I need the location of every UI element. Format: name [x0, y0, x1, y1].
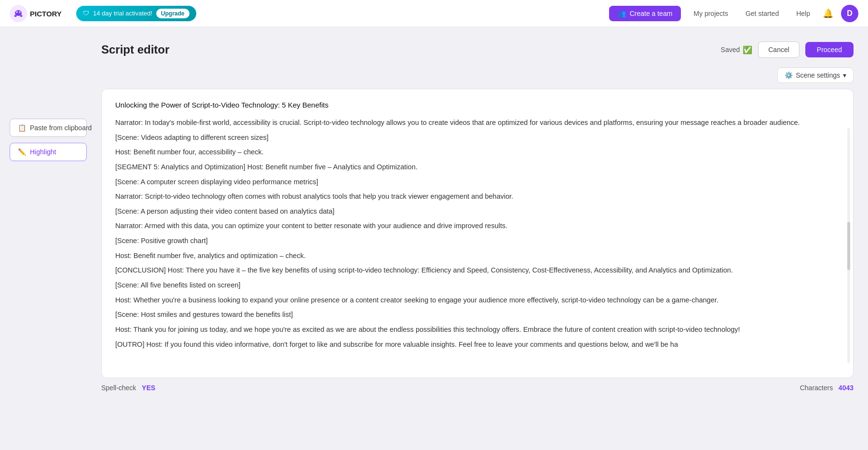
settings-gear-icon: ⚙️ [785, 71, 793, 79]
cancel-button[interactable]: Cancel [758, 41, 800, 58]
script-line-9: [Scene: Positive growth chart] [115, 235, 840, 247]
proceed-button[interactable]: Proceed [805, 42, 854, 57]
script-line-2: [Scene: Videos adapting to different scr… [115, 132, 840, 144]
upgrade-button[interactable]: Upgrade [156, 9, 190, 18]
scene-settings-button[interactable]: ⚙️ Scene settings ▾ [777, 68, 854, 83]
team-icon: 👥 [618, 10, 626, 17]
header-row: Script editor Saved ✅ Cancel Proceed [101, 41, 854, 58]
highlight-icon: ✏️ [18, 148, 26, 156]
notifications-bell-icon[interactable]: 🔔 [823, 8, 833, 19]
char-count-label: Characters [800, 384, 833, 392]
svg-point-3 [19, 11, 21, 13]
script-line-15: Host: Thank you for joining us today, an… [115, 324, 840, 336]
spellcheck-value[interactable]: YES [142, 384, 155, 392]
svg-point-2 [16, 11, 18, 13]
header-actions: Saved ✅ Cancel Proceed [721, 41, 854, 58]
highlight-button[interactable]: ✏️ Highlight [10, 143, 87, 161]
char-count-section: Characters 4043 [800, 384, 854, 392]
script-line-10: Host: Benefit number five, analytics and… [115, 250, 840, 262]
script-line-8: Narrator: Armed with this data, you can … [115, 220, 840, 232]
help-link[interactable]: Help [791, 10, 815, 17]
my-projects-link[interactable]: My projects [689, 10, 733, 17]
page-body: 📋 Paste from clipboard ✏️ Highlight Scri… [0, 27, 868, 450]
logo[interactable]: PICTORY [10, 5, 68, 22]
pictory-text-logo: PICTORY [30, 9, 68, 18]
svg-point-1 [15, 10, 22, 16]
script-content[interactable]: Narrator: In today's mobile-first world,… [115, 117, 840, 350]
script-title: Unlocking the Power of Script-to-Video T… [115, 101, 840, 109]
script-editor-box[interactable]: Unlocking the Power of Script-to-Video T… [101, 89, 854, 378]
script-line-4: [SEGMENT 5: Analytics and Optimization] … [115, 161, 840, 173]
main-content: Script editor Saved ✅ Cancel Proceed ⚙️ … [96, 41, 868, 436]
scrollbar-track[interactable] [847, 128, 850, 363]
script-line-11: [CONCLUSION] Host: There you have it – t… [115, 264, 840, 276]
saved-check-icon: ✅ [743, 45, 752, 55]
svg-text:PICTORY: PICTORY [30, 10, 62, 18]
page-title: Script editor [101, 43, 721, 56]
script-line-1: Narrator: In today's mobile-first world,… [115, 117, 840, 129]
create-team-button[interactable]: 👥 Create a team [609, 6, 681, 21]
script-line-14: [Scene: Host smiles and gestures toward … [115, 309, 840, 321]
script-line-3: Host: Benefit number four, accessibility… [115, 146, 840, 158]
paste-from-clipboard-button[interactable]: 📋 Paste from clipboard [10, 119, 87, 137]
script-line-5: [Scene: A computer screen displaying vid… [115, 176, 840, 188]
get-started-link[interactable]: Get started [741, 10, 784, 17]
script-line-12: [Scene: All five benefits listed on scre… [115, 279, 840, 291]
clipboard-icon: 📋 [18, 124, 26, 132]
trial-badge: 🛡 14 day trial activated! Upgrade [76, 6, 196, 21]
script-line-6: Narrator: Script-to-video technology oft… [115, 191, 840, 203]
saved-text: Saved [721, 46, 740, 54]
saved-status: Saved ✅ [721, 45, 753, 55]
trial-text: 14 day trial activated! [93, 10, 152, 17]
spellcheck-label: Spell-check [101, 384, 136, 392]
pictory-logo-icon [10, 5, 27, 22]
shield-icon: 🛡 [83, 10, 89, 17]
top-navigation: PICTORY 🛡 14 day trial activated! Upgrad… [0, 0, 868, 27]
scene-settings-row: ⚙️ Scene settings ▾ [101, 68, 854, 83]
script-line-16: [OUTRO] Host: If you found this video in… [115, 339, 840, 351]
script-line-13: Host: Whether you're a business looking … [115, 294, 840, 306]
spellcheck-section: Spell-check YES [101, 384, 155, 392]
left-sidebar: 📋 Paste from clipboard ✏️ Highlight [0, 41, 96, 436]
script-line-7: [Scene: A person adjusting their video c… [115, 205, 840, 218]
chevron-down-icon: ▾ [843, 71, 846, 79]
footer-bar: Spell-check YES Characters 4043 [101, 378, 854, 392]
scrollbar-thumb[interactable] [847, 222, 850, 270]
avatar[interactable]: D [841, 5, 858, 22]
char-count-value: 4043 [839, 384, 854, 392]
